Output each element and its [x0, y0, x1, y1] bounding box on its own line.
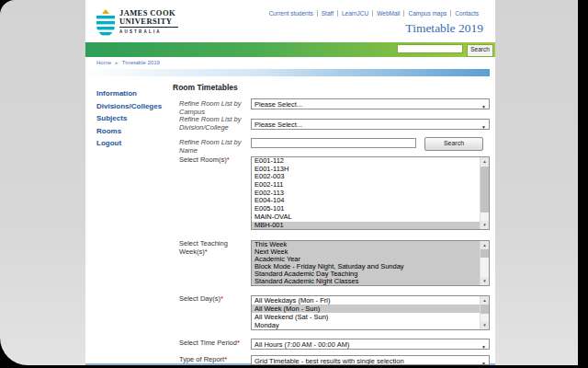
utility-nav-link[interactable]: Current students [269, 10, 313, 17]
browser-viewport: JAMES COOK UNIVERSITY AUSTRALIA Current … [0, 0, 578, 365]
report-type-select[interactable]: Grid Timetable - best results with singl… [251, 355, 490, 365]
days-scrollbar[interactable]: ▲ ▼ [480, 296, 489, 329]
breadcrumb-current[interactable]: Timetable 2019 [122, 60, 160, 65]
utility-nav-link[interactable]: LearnJCU [337, 10, 368, 17]
section-divider-bar [85, 69, 490, 76]
scroll-thumb[interactable] [481, 305, 489, 314]
day-option[interactable]: All Weekdays (Mon - Fri) [252, 296, 480, 305]
room-option[interactable]: E001-113H [252, 166, 480, 174]
room-option[interactable]: E004-104 [252, 197, 480, 205]
days-label: Select Day(s)* [179, 295, 249, 304]
jcu-logo[interactable]: JAMES COOK UNIVERSITY AUSTRALIA [96, 9, 178, 38]
division-select-value: Please Select... [254, 121, 302, 129]
sidebar-item[interactable]: Rooms [96, 127, 170, 140]
week-option[interactable]: Standard Academic Night Classes [252, 278, 480, 285]
time-period-select-value: All Hours (7:00 AM - 00:00 AM) [254, 340, 349, 349]
week-option[interactable]: Next Week [252, 248, 480, 256]
name-filter-label: Refine Room List by Name [179, 139, 249, 155]
report-type-label-text: Type of Report [179, 355, 224, 363]
campus-select-value: Please Select... [254, 100, 302, 109]
division-label: Refine Room List by Division/College [179, 116, 249, 132]
division-select[interactable]: Please Select... ▼ [251, 119, 490, 130]
rooms-label: Select Room(s)* [179, 156, 249, 165]
logo-line2: UNIVERSITY [119, 17, 178, 26]
room-option[interactable]: E001-112 [252, 157, 480, 166]
required-mark: * [227, 155, 230, 164]
scroll-up-icon[interactable]: ▲ [481, 241, 489, 249]
time-period-label: Select Time Period* [179, 339, 249, 348]
form-heading: Room Timetables [173, 83, 238, 92]
campus-select[interactable]: Please Select... ▼ [251, 98, 490, 109]
breadcrumb: Home ► Timetable 2019 [96, 60, 160, 65]
site-search-input[interactable] [397, 44, 463, 53]
sidebar-item[interactable]: Subjects [96, 114, 170, 127]
utility-nav-link[interactable]: Staff [317, 10, 334, 17]
scroll-thumb[interactable] [481, 249, 489, 258]
week-option[interactable]: Block Mode - Friday Night, Saturday and … [252, 263, 480, 270]
logo-line3: AUSTRALIA [119, 29, 178, 34]
room-option[interactable]: MAIN-OVAL [252, 213, 480, 222]
sidebar-nav: InformationDivisions/CollegesSubjectsRoo… [96, 89, 170, 152]
week-option[interactable]: Academic Year [252, 256, 480, 263]
scroll-down-icon[interactable]: ▼ [481, 321, 489, 329]
required-mark: * [237, 339, 240, 347]
report-type-label: Type of Report* [179, 356, 249, 364]
utility-nav-link[interactable]: Contacts [450, 10, 479, 17]
breadcrumb-home[interactable]: Home [96, 60, 111, 65]
green-search-bar: Search [85, 42, 495, 57]
week-option[interactable]: Standard Academic Day Teaching [252, 270, 480, 278]
weeks-listbox[interactable]: This WeekNext WeekAcademic YearBlock Mod… [251, 240, 490, 286]
weeks-label-text: Select Teaching Week(s) [179, 239, 228, 256]
sidebar-item[interactable]: Divisions/Colleges [96, 102, 170, 115]
chevron-down-icon: ▼ [481, 122, 486, 131]
weeks-scrollbar[interactable]: ▲ ▼ [480, 241, 489, 285]
day-option[interactable]: Monday [252, 321, 480, 329]
week-option[interactable]: This Week [252, 241, 480, 248]
page-title: Timetable 2019 [405, 21, 483, 36]
room-option[interactable]: MBH-001 [252, 222, 480, 230]
scroll-down-icon[interactable]: ▼ [481, 221, 489, 229]
weeks-label: Select Teaching Week(s)* [179, 240, 249, 256]
sidebar-item[interactable]: Logout [96, 139, 170, 152]
report-type-select-value: Grid Timetable - best results with singl… [254, 357, 404, 365]
time-period-label-text: Select Time Period [179, 339, 237, 347]
rooms-listbox[interactable]: E001-112E001-113HE002-003E002-111E002-11… [251, 156, 490, 230]
time-period-select[interactable]: All Hours (7:00 AM - 00:00 AM) ▼ [251, 339, 490, 350]
room-name-input[interactable] [251, 138, 416, 148]
campus-label: Refine Room List by Campus [179, 100, 249, 116]
scroll-up-icon[interactable]: ▲ [481, 157, 489, 166]
days-label-text: Select Day(s) [179, 294, 220, 303]
days-options: All Weekdays (Mon - Fri)All Week (Mon - … [252, 296, 480, 329]
room-option[interactable]: E002-111 [252, 181, 480, 190]
breadcrumb-separator-icon: ► [115, 61, 119, 65]
required-mark: * [205, 247, 208, 256]
sidebar-item[interactable]: Information [96, 89, 170, 102]
utility-nav: Current studentsStaffLearnJCUWebMailCamp… [269, 10, 479, 17]
utility-nav-link[interactable]: WebMail [372, 10, 400, 17]
day-option[interactable]: All Weekend (Sat - Sun) [252, 313, 480, 321]
required-mark: * [224, 355, 227, 363]
jcu-shield-icon [96, 9, 115, 38]
site-search-button[interactable]: Search [467, 44, 493, 57]
room-option[interactable]: E002-003 [252, 173, 480, 181]
logo-rule [119, 27, 178, 28]
room-option[interactable]: E005-101 [252, 205, 480, 213]
rooms-options: E001-112E001-113HE002-003E002-111E002-11… [252, 157, 480, 229]
day-option[interactable]: All Week (Mon - Sun) [252, 305, 480, 313]
chevron-down-icon: ▼ [481, 342, 486, 351]
required-mark: * [220, 294, 223, 303]
logo-text: JAMES COOK UNIVERSITY AUSTRALIA [119, 9, 178, 34]
scroll-thumb[interactable] [481, 167, 489, 213]
utility-nav-link[interactable]: Campus maps [403, 10, 447, 17]
chevron-down-icon: ▼ [481, 102, 486, 110]
scroll-up-icon[interactable]: ▲ [481, 296, 489, 305]
room-name-search-button[interactable]: Search [424, 137, 483, 151]
days-listbox[interactable]: All Weekdays (Mon - Fri)All Week (Mon - … [251, 295, 490, 330]
rooms-scrollbar[interactable]: ▲ ▼ [480, 157, 489, 229]
weeks-options: This WeekNext WeekAcademic YearBlock Mod… [252, 241, 480, 285]
rooms-label-text: Select Room(s) [179, 155, 227, 164]
room-option[interactable]: E002-113 [252, 190, 480, 198]
chevron-down-icon: ▼ [481, 359, 486, 366]
scroll-down-icon[interactable]: ▼ [481, 277, 489, 285]
page-content: JAMES COOK UNIVERSITY AUSTRALIA Current … [85, 0, 495, 365]
